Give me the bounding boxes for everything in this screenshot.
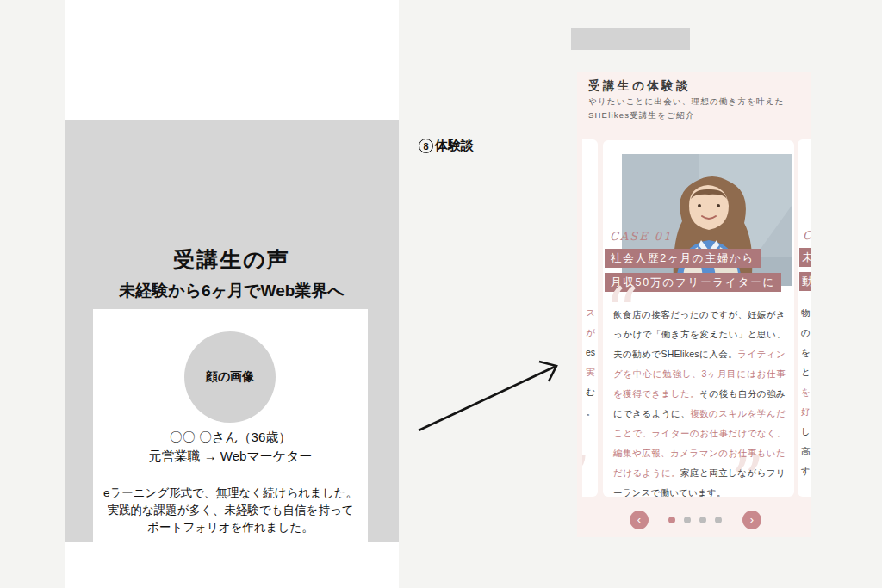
pointer-arrow-icon <box>412 356 568 438</box>
clipped-char: 好 <box>801 402 811 422</box>
screenshot-next-button[interactable]: › <box>742 511 761 529</box>
partial-card-right: CA 未 動 物のをとを好し高す <box>798 139 811 497</box>
clipped-char: 物 <box>801 303 811 323</box>
clipped-char: を <box>801 343 811 362</box>
wireframe-section-subtitle: 未経験から6ヶ月でWeb業界へ <box>65 280 399 302</box>
wireframe-student-name: 〇〇 〇さん（36歳） <box>93 430 368 446</box>
clipped-char: 実 <box>586 362 595 382</box>
clipped-char: す <box>801 461 811 481</box>
case-number-label-clipped: CA <box>803 229 811 242</box>
avatar-placeholder: 顔の画像 <box>184 331 276 423</box>
annotation-text: 体験談 <box>435 138 474 154</box>
screenshot-testimonial-panel: 受講生の体験談 やりたいことに出会い、理想の働き方を叶えた SHElikes受講… <box>577 72 811 537</box>
headline-bar-2-clipped: 動 <box>799 272 811 291</box>
annotation-label: 8 体験談 <box>419 138 474 154</box>
wireframe-testimonial-card: 顔の画像 〇〇 〇さん（36歳） 元営業職 → Webマーケター eラーニング形… <box>93 309 368 579</box>
screenshot-carousel-dots <box>668 517 722 523</box>
clipped-char: 。 <box>586 402 595 422</box>
clipped-char: が <box>586 323 595 343</box>
clipped-char: を <box>801 382 811 402</box>
circled-number-icon: 8 <box>419 139 433 153</box>
wireframe-section-title: 受講生の声 <box>65 245 399 274</box>
clipped-char: ス <box>586 303 595 323</box>
testimonial-body-text: 飲食店の接客だったのですが、妊娠がきっかけで「働き方を変えたい」と思い、夫の勧め… <box>613 305 786 497</box>
wireframe-student-career: 元営業職 → Webマーケター <box>93 449 368 465</box>
screenshot-section-title: 受講生の体験談 <box>588 78 691 94</box>
clipped-char: の <box>801 323 811 343</box>
chevron-right-icon: › <box>750 513 754 526</box>
clipped-text-fragments: スがes実む。 <box>586 303 595 422</box>
wireframe-phone-column: 受講生の声 未経験から6ヶ月でWeb業界へ 顔の画像 〇〇 〇さん（36歳） 元… <box>65 0 399 588</box>
clipped-char: 高 <box>801 442 811 461</box>
carousel-dot[interactable] <box>684 517 691 523</box>
chevron-left-icon: ‹ <box>637 513 641 526</box>
close-quote-icon: ” <box>582 455 591 497</box>
case-number-label: CASE 01 <box>610 230 672 243</box>
screenshot-prev-button[interactable]: ‹ <box>630 511 649 529</box>
carousel-dot[interactable] <box>699 517 706 523</box>
clipped-char: し <box>801 422 811 442</box>
clipped-char: と <box>801 362 811 382</box>
headline-bar-1: 社会人歴2ヶ月の主婦から <box>605 249 761 268</box>
clipped-char: es <box>586 343 595 362</box>
carousel-dot[interactable] <box>715 517 722 523</box>
clipped-text-fragments: 物のをとを好し高す <box>801 303 811 481</box>
screenshot-section-subtitle: やりたいことに出会い、理想の働き方を叶えた SHElikes受講生をご紹介 <box>588 95 807 122</box>
wireframe-voice-section: 受講生の声 未経験から6ヶ月でWeb業界へ 顔の画像 〇〇 〇さん（36歳） 元… <box>65 120 399 542</box>
wireframe-testimonial-text: eラーニング形式で、無理なく続けられました。 実践的な課題が多く、未経験でも自信… <box>100 485 361 536</box>
testimonial-card-case01: CASE 01 社会人歴2ヶ月の主婦から 月収50万のフリーライターに “ 飲食… <box>603 140 794 497</box>
partial-card-left: スがes実む。 ” <box>582 139 598 497</box>
headline-bar-1-clipped: 未 <box>799 248 811 267</box>
carousel-dot-active[interactable] <box>668 517 675 523</box>
screenshot-gray-bar <box>571 28 690 50</box>
clipped-char: む <box>586 382 595 402</box>
